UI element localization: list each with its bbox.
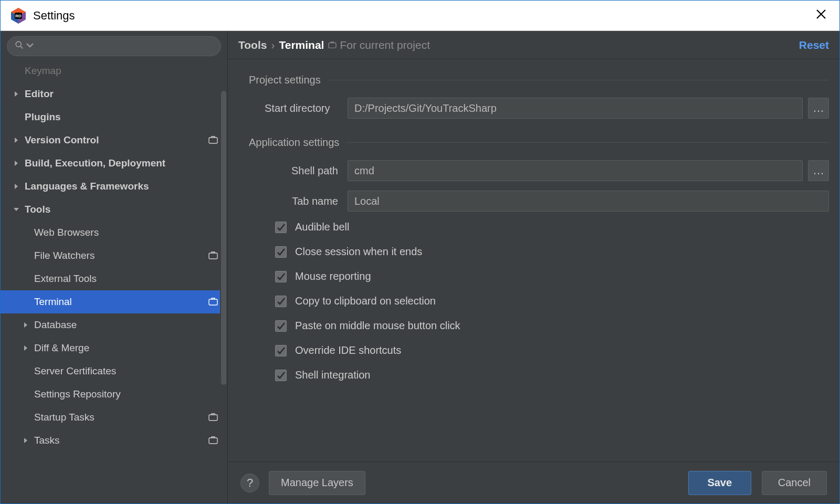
chevron-right-icon — [12, 160, 20, 166]
tree-item-web-browsers[interactable]: Web Browsers — [1, 221, 227, 244]
tree-item-file-watchers[interactable]: File Watchers — [1, 244, 227, 267]
tree-item-label: External Tools — [34, 273, 227, 285]
checkbox-label: Close session when it ends — [295, 246, 422, 258]
breadcrumb-root: Tools — [238, 39, 267, 51]
cancel-button[interactable]: Cancel — [762, 471, 827, 495]
tree-item-label: Editor — [25, 88, 227, 100]
content-header: Tools › Terminal For current project Res… — [228, 31, 839, 59]
checkbox-row-paste-on-middle-mouse-button-click[interactable]: Paste on middle mouse button click — [249, 320, 829, 332]
chevron-right-icon — [12, 137, 20, 143]
tree-item-label: File Watchers — [34, 250, 227, 261]
checkbox-label: Override IDE shortcuts — [295, 344, 401, 356]
tree-item-build-execution-deployment[interactable]: Build, Execution, Deployment — [1, 152, 227, 175]
ellipsis-icon: … — [813, 164, 824, 177]
titlebar: RD Settings — [1, 1, 839, 31]
tree-item-label: Settings Repository — [34, 388, 227, 400]
start-directory-input[interactable] — [348, 98, 803, 119]
tree-item-diff-merge[interactable]: Diff & Merge — [1, 337, 227, 360]
tree-item-version-control[interactable]: Version Control — [1, 129, 227, 152]
tree-item-label: Startup Tasks — [34, 412, 227, 423]
chevron-right-icon — [22, 322, 30, 328]
browse-start-directory-button[interactable]: … — [808, 98, 829, 119]
checkbox-label: Paste on middle mouse button click — [295, 320, 460, 332]
tree-item-tools[interactable]: Tools — [1, 198, 227, 221]
project-scope-icon — [208, 298, 218, 306]
checkbox-row-mouse-reporting[interactable]: Mouse reporting — [249, 270, 829, 282]
reset-link[interactable]: Reset — [799, 39, 829, 51]
start-directory-label: Start directory — [265, 102, 348, 114]
tree-item-label: Version Control — [25, 134, 227, 146]
tree-item-database[interactable]: Database — [1, 313, 227, 337]
checkbox-label: Audible bell — [295, 221, 349, 233]
checkbox[interactable] — [275, 320, 287, 332]
tree-item-label: Database — [34, 319, 227, 331]
close-icon[interactable] — [810, 4, 832, 27]
tree-item-external-tools[interactable]: External Tools — [1, 267, 227, 290]
tree-item-label: Build, Execution, Deployment — [25, 158, 227, 169]
tab-name-input[interactable] — [348, 191, 829, 212]
tree-item-label: Tasks — [34, 435, 227, 446]
tree-item-server-certificates[interactable]: Server Certificates — [1, 360, 227, 383]
chevron-right-icon — [12, 183, 20, 190]
tree-item-editor[interactable]: Editor — [1, 82, 227, 106]
checkbox[interactable] — [275, 222, 287, 233]
chevron-down-icon — [25, 40, 35, 52]
checkbox-row-shell-integration[interactable]: Shell integration — [249, 369, 829, 381]
svg-rect-8 — [209, 253, 217, 259]
tree-item-label: Terminal — [34, 296, 227, 308]
breadcrumb: Tools › Terminal For current project — [238, 39, 430, 51]
tree-item-label: Server Certificates — [34, 365, 227, 377]
checkbox-label: Mouse reporting — [295, 270, 371, 282]
checkbox-row-override-ide-shortcuts[interactable]: Override IDE shortcuts — [249, 344, 829, 356]
checkbox[interactable] — [275, 271, 287, 282]
sidebar-scroll-thumb[interactable] — [221, 91, 226, 385]
checkbox-row-copy-to-clipboard-on-selection[interactable]: Copy to clipboard on selection — [249, 295, 829, 307]
help-icon: ? — [247, 476, 253, 490]
tree-item-label: Web Browsers — [34, 227, 227, 238]
manage-layers-button[interactable]: Manage Layers — [269, 471, 365, 495]
tree-item-label: Diff & Merge — [34, 342, 227, 354]
tree-item-languages-frameworks[interactable]: Languages & Frameworks — [1, 175, 227, 198]
chevron-right-icon — [12, 91, 20, 97]
breadcrumb-leaf: Terminal — [279, 39, 324, 51]
project-scope-icon — [328, 39, 337, 51]
shell-path-input[interactable] — [348, 160, 803, 181]
search-input[interactable] — [7, 36, 221, 56]
checkbox-row-audible-bell[interactable]: Audible bell — [249, 221, 829, 233]
breadcrumb-separator: › — [271, 39, 275, 51]
tree-item-tasks[interactable]: Tasks — [1, 429, 227, 452]
project-scope-icon — [208, 436, 218, 445]
tree-item-settings-repository[interactable]: Settings Repository — [1, 383, 227, 406]
content-area: Project settings Start directory … Appli… — [228, 59, 839, 461]
checkbox[interactable] — [275, 370, 287, 381]
browse-shell-path-button[interactable]: … — [808, 160, 829, 181]
tree-item-startup-tasks[interactable]: Startup Tasks — [1, 406, 227, 429]
sidebar-scrollbar[interactable] — [220, 91, 227, 503]
tree-item-label: Plugins — [25, 111, 227, 123]
svg-rect-12 — [329, 43, 336, 48]
search-icon — [15, 40, 24, 52]
tree-item-plugins[interactable]: Plugins — [1, 106, 227, 129]
settings-tree: KeymapEditorPluginsVersion ControlBuild,… — [1, 59, 227, 503]
project-scope-icon — [208, 136, 218, 144]
svg-rect-11 — [209, 438, 217, 444]
svg-text:RD: RD — [15, 14, 22, 18]
window-title: Settings — [33, 9, 75, 23]
checkbox[interactable] — [275, 246, 287, 258]
svg-rect-9 — [209, 299, 217, 305]
chevron-right-icon — [22, 437, 30, 444]
tab-name-label: Tab name — [265, 195, 348, 207]
svg-point-5 — [16, 41, 21, 47]
project-scope-icon — [208, 413, 218, 422]
checkbox[interactable] — [275, 345, 287, 356]
save-button[interactable]: Save — [688, 471, 751, 495]
tree-item-terminal[interactable]: Terminal — [1, 290, 227, 313]
shell-path-label: Shell path — [265, 165, 348, 177]
help-button[interactable]: ? — [240, 474, 259, 492]
svg-line-6 — [20, 46, 23, 49]
footer: ? Manage Layers Save Cancel — [228, 461, 839, 503]
checkbox[interactable] — [275, 296, 287, 307]
checkbox-row-close-session-when-it-ends[interactable]: Close session when it ends — [249, 246, 829, 258]
tree-item-keymap[interactable]: Keymap — [1, 59, 227, 82]
tree-item-label: Languages & Frameworks — [25, 181, 227, 192]
